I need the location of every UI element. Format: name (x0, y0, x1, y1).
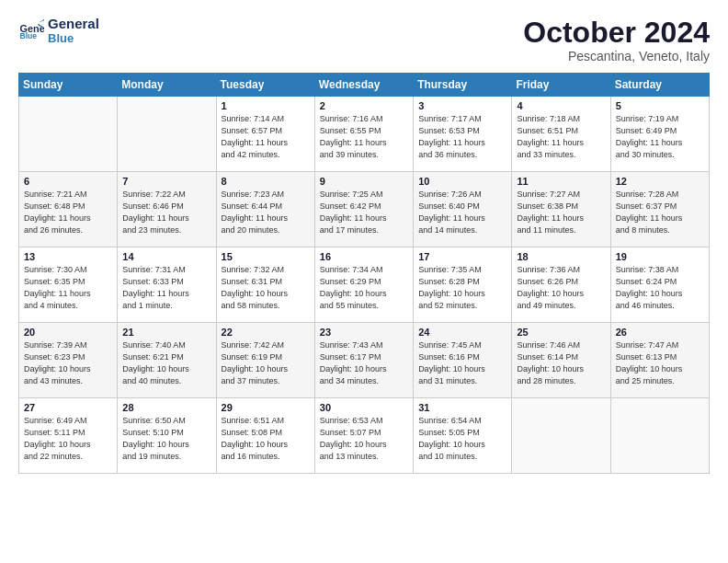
title-block: October 2024 Pescantina, Veneto, Italy (523, 17, 710, 63)
weekday-header-saturday: Saturday (610, 74, 709, 97)
calendar-cell: 21Sunrise: 7:40 AM Sunset: 6:21 PM Dayli… (118, 323, 216, 398)
weekday-header-sunday: Sunday (19, 74, 118, 97)
calendar-cell: 19Sunrise: 7:38 AM Sunset: 6:24 PM Dayli… (610, 247, 709, 323)
day-number: 18 (517, 251, 606, 262)
calendar-cell (512, 398, 610, 474)
day-info: Sunrise: 6:50 AM Sunset: 5:10 PM Dayligh… (122, 415, 211, 463)
calendar-cell: 30Sunrise: 6:53 AM Sunset: 5:07 PM Dayli… (314, 398, 413, 474)
day-info: Sunrise: 7:19 AM Sunset: 6:49 PM Dayligh… (616, 113, 705, 161)
calendar-cell: 10Sunrise: 7:26 AM Sunset: 6:40 PM Dayli… (414, 172, 512, 247)
day-info: Sunrise: 7:34 AM Sunset: 6:29 PM Dayligh… (320, 264, 409, 312)
day-info: Sunrise: 7:42 AM Sunset: 6:19 PM Dayligh… (222, 339, 311, 387)
day-info: Sunrise: 7:22 AM Sunset: 6:46 PM Dayligh… (122, 189, 211, 236)
calendar-cell: 12Sunrise: 7:28 AM Sunset: 6:37 PM Dayli… (610, 172, 709, 247)
calendar-cell: 26Sunrise: 7:47 AM Sunset: 6:13 PM Dayli… (610, 323, 709, 398)
logo: General Blue General Blue (18, 17, 99, 45)
weekday-header-monday: Monday (118, 74, 216, 97)
day-number: 27 (24, 402, 113, 413)
calendar-cell: 25Sunrise: 7:46 AM Sunset: 6:14 PM Dayli… (512, 323, 610, 398)
logo-blue: Blue (48, 32, 99, 45)
day-number: 13 (24, 251, 113, 262)
calendar-cell (118, 97, 216, 172)
day-info: Sunrise: 6:54 AM Sunset: 5:05 PM Dayligh… (418, 415, 507, 463)
day-number: 16 (320, 251, 409, 262)
day-info: Sunrise: 7:39 AM Sunset: 6:23 PM Dayligh… (24, 339, 113, 387)
day-info: Sunrise: 7:17 AM Sunset: 6:53 PM Dayligh… (418, 113, 507, 161)
calendar-cell: 29Sunrise: 6:51 AM Sunset: 5:08 PM Dayli… (216, 398, 314, 474)
day-info: Sunrise: 7:25 AM Sunset: 6:42 PM Dayligh… (320, 189, 409, 236)
day-number: 26 (616, 327, 705, 338)
day-info: Sunrise: 7:45 AM Sunset: 6:16 PM Dayligh… (418, 339, 507, 387)
day-number: 4 (517, 100, 606, 111)
day-info: Sunrise: 7:21 AM Sunset: 6:48 PM Dayligh… (24, 189, 113, 236)
calendar-cell: 7Sunrise: 7:22 AM Sunset: 6:46 PM Daylig… (118, 172, 216, 247)
calendar-cell: 18Sunrise: 7:36 AM Sunset: 6:26 PM Dayli… (512, 247, 610, 323)
page: General Blue General Blue October 2024 P… (0, 0, 728, 563)
day-info: Sunrise: 7:26 AM Sunset: 6:40 PM Dayligh… (418, 189, 507, 236)
calendar-cell: 15Sunrise: 7:32 AM Sunset: 6:31 PM Dayli… (216, 247, 314, 323)
day-number: 23 (320, 327, 409, 338)
calendar-cell: 31Sunrise: 6:54 AM Sunset: 5:05 PM Dayli… (414, 398, 512, 474)
day-number: 28 (122, 402, 211, 413)
day-info: Sunrise: 7:40 AM Sunset: 6:21 PM Dayligh… (122, 339, 211, 387)
day-info: Sunrise: 7:27 AM Sunset: 6:38 PM Dayligh… (517, 189, 606, 236)
week-row-3: 20Sunrise: 7:39 AM Sunset: 6:23 PM Dayli… (19, 323, 710, 398)
day-info: Sunrise: 7:46 AM Sunset: 6:14 PM Dayligh… (517, 339, 606, 387)
calendar-cell: 8Sunrise: 7:23 AM Sunset: 6:44 PM Daylig… (216, 172, 314, 247)
day-info: Sunrise: 7:38 AM Sunset: 6:24 PM Dayligh… (616, 264, 705, 312)
day-info: Sunrise: 7:35 AM Sunset: 6:28 PM Dayligh… (418, 264, 507, 312)
calendar-cell: 14Sunrise: 7:31 AM Sunset: 6:33 PM Dayli… (118, 247, 216, 323)
day-number: 3 (418, 100, 507, 111)
day-number: 1 (222, 100, 311, 111)
calendar-cell: 4Sunrise: 7:18 AM Sunset: 6:51 PM Daylig… (512, 97, 610, 172)
day-number: 15 (222, 251, 311, 262)
weekday-header-wednesday: Wednesday (314, 74, 413, 97)
weekday-header-friday: Friday (512, 74, 610, 97)
week-row-0: 1Sunrise: 7:14 AM Sunset: 6:57 PM Daylig… (19, 97, 710, 172)
day-number: 21 (122, 327, 211, 338)
month-title: October 2024 (523, 17, 710, 49)
calendar-cell: 24Sunrise: 7:45 AM Sunset: 6:16 PM Dayli… (414, 323, 512, 398)
calendar: SundayMondayTuesdayWednesdayThursdayFrid… (18, 73, 710, 474)
day-number: 20 (24, 327, 113, 338)
day-info: Sunrise: 7:23 AM Sunset: 6:44 PM Dayligh… (222, 189, 311, 236)
calendar-cell: 27Sunrise: 6:49 AM Sunset: 5:11 PM Dayli… (19, 398, 118, 474)
day-number: 2 (320, 100, 409, 111)
day-info: Sunrise: 7:18 AM Sunset: 6:51 PM Dayligh… (517, 113, 606, 161)
week-row-4: 27Sunrise: 6:49 AM Sunset: 5:11 PM Dayli… (19, 398, 710, 474)
day-number: 24 (418, 327, 507, 338)
calendar-cell: 13Sunrise: 7:30 AM Sunset: 6:35 PM Dayli… (19, 247, 118, 323)
day-info: Sunrise: 6:49 AM Sunset: 5:11 PM Dayligh… (24, 415, 113, 463)
day-number: 17 (418, 251, 507, 262)
calendar-cell (19, 97, 118, 172)
calendar-cell: 23Sunrise: 7:43 AM Sunset: 6:17 PM Dayli… (314, 323, 413, 398)
day-number: 19 (616, 251, 705, 262)
day-number: 30 (320, 402, 409, 413)
day-number: 8 (222, 176, 311, 187)
day-number: 22 (222, 327, 311, 338)
day-number: 7 (122, 176, 211, 187)
location: Pescantina, Veneto, Italy (523, 49, 710, 63)
logo-general: General (48, 17, 99, 32)
calendar-cell: 1Sunrise: 7:14 AM Sunset: 6:57 PM Daylig… (216, 97, 314, 172)
calendar-cell: 2Sunrise: 7:16 AM Sunset: 6:55 PM Daylig… (314, 97, 413, 172)
day-info: Sunrise: 6:53 AM Sunset: 5:07 PM Dayligh… (320, 415, 409, 463)
day-number: 25 (517, 327, 606, 338)
header: General Blue General Blue October 2024 P… (18, 17, 710, 63)
calendar-cell: 5Sunrise: 7:19 AM Sunset: 6:49 PM Daylig… (610, 97, 709, 172)
calendar-cell: 6Sunrise: 7:21 AM Sunset: 6:48 PM Daylig… (19, 172, 118, 247)
calendar-cell: 11Sunrise: 7:27 AM Sunset: 6:38 PM Dayli… (512, 172, 610, 247)
svg-text:Blue: Blue (20, 32, 38, 41)
day-info: Sunrise: 7:14 AM Sunset: 6:57 PM Dayligh… (222, 113, 311, 161)
day-info: Sunrise: 7:16 AM Sunset: 6:55 PM Dayligh… (320, 113, 409, 161)
day-info: Sunrise: 7:30 AM Sunset: 6:35 PM Dayligh… (24, 264, 113, 312)
day-info: Sunrise: 7:36 AM Sunset: 6:26 PM Dayligh… (517, 264, 606, 312)
day-number: 29 (222, 402, 311, 413)
day-number: 11 (517, 176, 606, 187)
calendar-cell: 22Sunrise: 7:42 AM Sunset: 6:19 PM Dayli… (216, 323, 314, 398)
day-info: Sunrise: 7:32 AM Sunset: 6:31 PM Dayligh… (222, 264, 311, 312)
calendar-cell (610, 398, 709, 474)
day-info: Sunrise: 7:31 AM Sunset: 6:33 PM Dayligh… (122, 264, 211, 312)
calendar-cell: 17Sunrise: 7:35 AM Sunset: 6:28 PM Dayli… (414, 247, 512, 323)
day-info: Sunrise: 7:43 AM Sunset: 6:17 PM Dayligh… (320, 339, 409, 387)
